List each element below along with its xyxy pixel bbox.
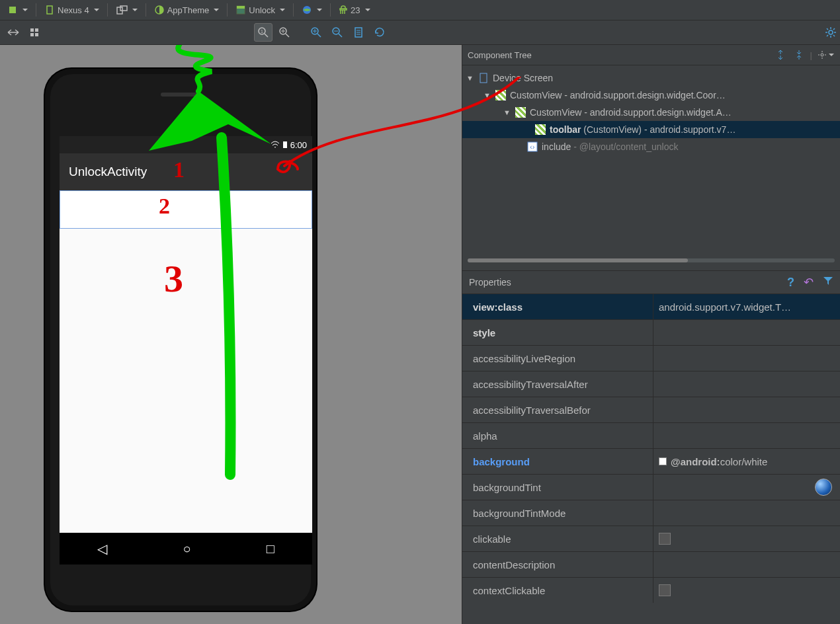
- separator: [146, 3, 146, 17]
- property-row[interactable]: background@android:color/white: [462, 448, 840, 474]
- separator: [293, 3, 294, 17]
- property-row[interactable]: style: [462, 319, 840, 345]
- property-name: backgroundTintMode: [462, 500, 653, 526]
- right-panel: Component Tree | ▼ Device Screen ▼ Custo…: [462, 45, 840, 624]
- include-icon: ‹›: [527, 141, 538, 152]
- nav-back-icon: ◁: [97, 541, 107, 557]
- refresh-icon[interactable]: [370, 23, 389, 42]
- tree-include[interactable]: ‹› include - @layout/content_unlock: [462, 138, 840, 155]
- property-row[interactable]: contentDescription: [462, 551, 840, 577]
- checkbox[interactable]: [659, 584, 671, 596]
- svg-rect-10: [30, 33, 34, 36]
- properties-header: Properties ? ↶: [462, 271, 840, 293]
- zoom-actual-icon[interactable]: 1: [254, 23, 273, 42]
- property-name: clickable: [462, 526, 653, 551]
- expand-tree-icon[interactable]: [773, 48, 788, 62]
- property-value[interactable]: [653, 584, 840, 596]
- tree-device-screen[interactable]: ▼ Device Screen: [462, 69, 840, 87]
- svg-rect-33: [480, 73, 487, 83]
- device-select-button[interactable]: Nexus 4: [40, 0, 104, 20]
- layout-select-button[interactable]: Unlock: [231, 0, 290, 20]
- property-value[interactable]: @android:color/white: [653, 456, 840, 467]
- svg-rect-9: [35, 28, 38, 32]
- device-screen: 6:00 UnlockActivity: [60, 136, 312, 557]
- property-row[interactable]: contextClickable: [462, 577, 840, 603]
- tree-coordinator-layout[interactable]: ▼ CustomView - android.support.design.wi…: [462, 87, 840, 104]
- component-tree-title: Component Tree: [468, 50, 532, 60]
- component-tree-header: Component Tree |: [462, 45, 840, 65]
- navigation-bar: ◁ ○ □: [60, 533, 312, 565]
- filter-icon[interactable]: [823, 276, 833, 290]
- tree-settings-icon[interactable]: [816, 48, 835, 62]
- tree-arrow-icon[interactable]: ▼: [466, 74, 474, 82]
- tree-label: CustomView - android.support.design.widg…: [530, 107, 732, 118]
- svg-rect-8: [30, 28, 34, 32]
- zoom-fit-icon[interactable]: [275, 23, 294, 42]
- tree-toolbar-selected[interactable]: toolbar (CustomView) - android.support.v…: [462, 121, 840, 138]
- property-row[interactable]: accessibilityTraversalBefor: [462, 397, 840, 422]
- theme-select-button[interactable]: AppTheme: [149, 0, 224, 20]
- tree-label: include - @layout/content_unlock: [542, 141, 678, 152]
- zoom-out-icon[interactable]: [328, 23, 347, 42]
- status-time: 6:00: [290, 140, 307, 150]
- api-select-button[interactable]: 23: [334, 0, 374, 20]
- tree-horizontal-scrollbar[interactable]: [468, 258, 835, 262]
- zoom-in-icon[interactable]: [307, 23, 325, 42]
- battery-icon: [282, 141, 288, 149]
- clipboard-icon[interactable]: [349, 23, 368, 42]
- undo-icon[interactable]: ↶: [804, 275, 814, 290]
- customview-icon: [535, 124, 546, 135]
- properties-table[interactable]: view:classandroid.support.v7.widget.T…st…: [462, 293, 840, 624]
- settings-gear-icon[interactable]: [821, 23, 840, 42]
- property-name: accessibilityTraversalBefor: [462, 397, 653, 422]
- property-name: style: [462, 320, 653, 345]
- fragments-icon[interactable]: [25, 23, 44, 42]
- android-config-button[interactable]: [3, 0, 32, 20]
- property-row[interactable]: accessibilityLiveRegion: [462, 345, 840, 371]
- property-name: accessibilityLiveRegion: [462, 346, 653, 371]
- expand-horizontal-icon[interactable]: [4, 23, 22, 42]
- checkbox[interactable]: [659, 533, 671, 545]
- separator: [107, 3, 108, 17]
- device-icon: [478, 73, 489, 83]
- tree-arrow-icon[interactable]: ▼: [503, 108, 511, 116]
- help-icon[interactable]: ?: [787, 276, 794, 290]
- device-label: Nexus 4: [58, 5, 89, 15]
- orientation-button[interactable]: [111, 0, 142, 20]
- activity-title: UnlockActivity: [69, 165, 147, 179]
- property-row[interactable]: backgroundTintMode: [462, 500, 840, 526]
- property-row[interactable]: alpha: [462, 422, 840, 448]
- property-row[interactable]: accessibilityTraversalAfter: [462, 371, 840, 397]
- property-row[interactable]: view:classandroid.support.v7.widget.T…: [462, 293, 840, 319]
- scrollbar-thumb[interactable]: [468, 258, 688, 262]
- property-name: alpha: [462, 423, 653, 448]
- component-tree[interactable]: ▼ Device Screen ▼ CustomView - android.s…: [462, 65, 840, 266]
- collapse-tree-icon[interactable]: [792, 48, 806, 62]
- property-value[interactable]: [653, 533, 840, 545]
- locale-button[interactable]: [297, 0, 327, 20]
- property-value[interactable]: android.support.v7.widget.T…: [653, 301, 840, 313]
- property-name: accessibilityTraversalAfter: [462, 371, 653, 397]
- property-name: backgroundTint: [462, 475, 653, 500]
- svg-text:‹›: ‹›: [530, 143, 535, 151]
- svg-point-32: [821, 54, 823, 56]
- content-include: [60, 229, 312, 558]
- design-toolbar: Nexus 4 AppTheme Unlock 23: [0, 0, 840, 20]
- svg-rect-0: [9, 7, 16, 13]
- color-swatch-icon: [659, 457, 667, 465]
- separator: [36, 3, 36, 17]
- tree-appbar-layout[interactable]: ▼ CustomView - android.support.design.wi…: [462, 104, 840, 121]
- property-row[interactable]: clickable: [462, 526, 840, 551]
- app-bar: UnlockActivity: [60, 153, 312, 190]
- svg-rect-1: [47, 6, 52, 14]
- property-name: background: [462, 449, 653, 474]
- color-picker-icon[interactable]: [815, 479, 832, 496]
- svg-rect-6: [237, 6, 245, 9]
- tree-arrow-icon[interactable]: ▼: [483, 91, 491, 99]
- property-value[interactable]: [653, 479, 840, 496]
- device-frame: 6:00 UnlockActivity ◁ ○ □: [45, 69, 316, 611]
- layout-preview-canvas[interactable]: 6:00 UnlockActivity ◁ ○ □: [0, 45, 462, 624]
- svg-line-20: [317, 34, 321, 37]
- property-row[interactable]: backgroundTint: [462, 474, 840, 500]
- toolbar-view-selected[interactable]: [60, 190, 312, 229]
